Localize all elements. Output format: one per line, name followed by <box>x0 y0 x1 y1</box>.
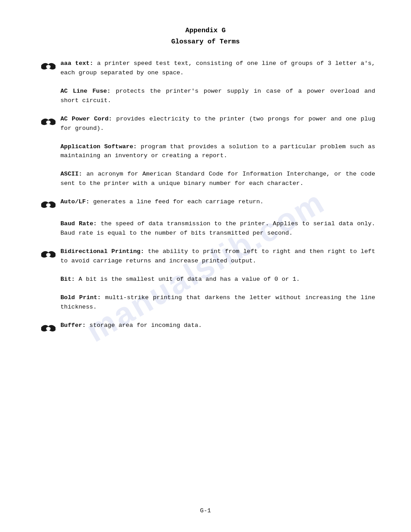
term-label: Auto/LF: <box>60 198 90 205</box>
page: manualslib.com Appendix G Glossary of Te… <box>0 0 411 532</box>
svg-point-5 <box>46 120 51 124</box>
term-label: aaa text: <box>60 60 93 67</box>
bird-icon <box>41 199 56 210</box>
term-label: AC Power Cord: <box>60 116 112 122</box>
term-label: Application Software: <box>60 143 137 150</box>
page-footer: G-1 <box>0 507 411 514</box>
entry-text: AC Power Cord: provides electricity to t… <box>60 115 375 133</box>
list-item: Baud Rate: the speed of data transmissio… <box>36 219 375 238</box>
term-label: Bold Print: <box>60 294 101 301</box>
term-label: Bit: <box>60 276 75 283</box>
entry-text: ASCII: an acronym for American Standard … <box>60 170 375 189</box>
list-item: Bidirectional Printing: the ability to p… <box>36 247 375 266</box>
entry-text: Bold Print: multi-strike printing that d… <box>60 293 375 312</box>
bird-icon <box>41 249 56 260</box>
bullet-column <box>36 247 60 260</box>
list-item: Bold Print: multi-strike printing that d… <box>36 293 375 312</box>
svg-point-14 <box>46 327 51 330</box>
bullet-column <box>36 87 60 89</box>
bird-icon <box>41 116 56 128</box>
glossary-entries: aaa text: a printer speed test text, con… <box>36 59 375 334</box>
entry-text: Application Software: program that provi… <box>60 142 375 161</box>
entry-text: Baud Rate: the speed of data transmissio… <box>60 219 375 238</box>
bullet-column <box>36 59 60 72</box>
term-definition: an acronym for American Standard Code fo… <box>60 171 375 187</box>
entry-text: AC Line Fuse: protects the printer's pow… <box>60 87 375 106</box>
entry-text: aaa text: a printer speed test text, con… <box>60 59 375 78</box>
glossary-title: Glossary of Terms <box>36 38 375 46</box>
svg-point-11 <box>46 253 51 257</box>
bullet-column <box>36 197 60 210</box>
list-item: AC Power Cord: provides electricity to t… <box>36 115 375 133</box>
bullet-column <box>36 142 60 144</box>
appendix-title: Appendix G <box>36 27 375 34</box>
term-label: Baud Rate: <box>60 220 97 227</box>
entry-text: Bit: A bit is the smallest unit of data … <box>60 275 375 284</box>
list-item: Auto/LF: generates a line feed for each … <box>36 197 375 210</box>
bullet-column <box>36 219 60 221</box>
entry-text: Bidirectional Printing: the ability to p… <box>60 247 375 266</box>
bullet-column <box>36 115 60 128</box>
entry-text: Buffer: storage area for incoming data. <box>60 321 375 330</box>
term-definition: A bit is the smallest unit of data and h… <box>75 276 300 283</box>
term-definition: storage area for incoming data. <box>86 322 202 329</box>
term-label: ASCII: <box>60 171 82 177</box>
term-definition: multi-strike printing that darkens the l… <box>60 294 375 310</box>
bird-icon <box>41 323 56 334</box>
bullet-column <box>36 170 60 172</box>
term-label: Buffer: <box>60 322 86 329</box>
term-label: AC Line Fuse: <box>60 88 111 94</box>
term-definition: generates a line feed for each carriage … <box>90 198 264 205</box>
list-item: Bit: A bit is the smallest unit of data … <box>36 275 375 284</box>
list-item: Buffer: storage area for incoming data. <box>36 321 375 334</box>
term-definition: the speed of data transmission to the pr… <box>60 220 375 236</box>
bullet-column <box>36 293 60 295</box>
page-number: G-1 <box>200 507 211 514</box>
svg-point-2 <box>46 65 51 69</box>
term-label: Bidirectional Printing: <box>60 248 144 255</box>
page-header: Appendix G Glossary of Terms <box>36 27 375 46</box>
entry-text: Auto/LF: generates a line feed for each … <box>60 197 375 207</box>
term-definition: a printer speed test text, consisting of… <box>60 60 375 76</box>
bullet-column <box>36 321 60 334</box>
content-area: Appendix G Glossary of Terms aaa text: a… <box>36 27 375 334</box>
list-item: ASCII: an acronym for American Standard … <box>36 170 375 189</box>
list-item: aaa text: a printer speed test text, con… <box>36 59 375 78</box>
list-item: Application Software: program that provi… <box>36 142 375 161</box>
bullet-column <box>36 275 60 277</box>
list-item: AC Line Fuse: protects the printer's pow… <box>36 87 375 106</box>
bird-icon <box>41 61 56 72</box>
svg-point-8 <box>46 203 51 207</box>
